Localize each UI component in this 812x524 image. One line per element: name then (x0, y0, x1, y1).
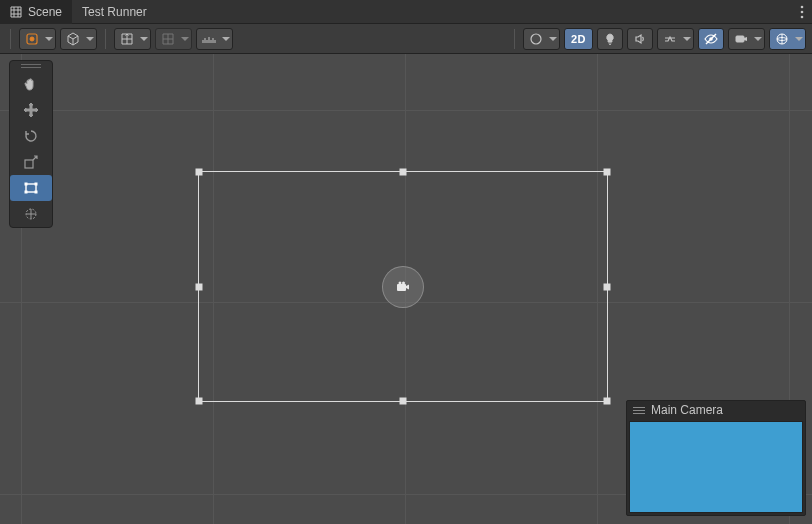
increment-snap-dropdown[interactable] (196, 28, 233, 50)
svg-rect-14 (25, 191, 27, 193)
tab-scene[interactable]: Scene (0, 0, 72, 24)
resize-handle-e[interactable] (604, 283, 611, 290)
resize-handle-sw[interactable] (196, 398, 203, 405)
shading-mode-dropdown[interactable] (523, 28, 560, 50)
svg-rect-8 (736, 36, 744, 42)
rect-tool[interactable] (10, 175, 52, 201)
caret-down-icon (754, 37, 762, 41)
caret-down-icon (795, 37, 803, 41)
resize-handle-nw[interactable] (196, 169, 203, 176)
tab-bar: Scene Test Runner (0, 0, 812, 24)
snap-increment-dropdown[interactable] (155, 28, 192, 50)
caret-down-icon (140, 37, 148, 41)
svg-rect-12 (25, 183, 27, 185)
tool-options-dropdown[interactable] (19, 28, 56, 50)
transform-tool[interactable] (10, 201, 52, 227)
svg-point-0 (801, 5, 804, 8)
caret-down-icon (181, 37, 189, 41)
drag-handle-icon (633, 407, 645, 414)
tab-label: Test Runner (82, 5, 147, 19)
draw-mode-dropdown[interactable] (60, 28, 97, 50)
camera-preview-viewport (629, 421, 803, 513)
camera-preview-header[interactable]: Main Camera (627, 401, 805, 419)
caret-down-icon (86, 37, 94, 41)
move-tool[interactable] (10, 97, 52, 123)
camera-gizmo[interactable] (382, 266, 424, 308)
grid-snap-dropdown[interactable] (114, 28, 151, 50)
svg-point-18 (399, 282, 402, 285)
svg-point-2 (801, 15, 804, 18)
svg-point-5 (531, 34, 541, 44)
svg-rect-13 (35, 183, 37, 185)
svg-rect-15 (35, 191, 37, 193)
hand-tool[interactable] (10, 71, 52, 97)
caret-down-icon (222, 37, 230, 41)
resize-handle-se[interactable] (604, 398, 611, 405)
gizmo-dropdown[interactable] (769, 28, 806, 50)
toolbar-separator (10, 29, 11, 49)
resize-handle-s[interactable] (400, 398, 407, 405)
tab-label: Scene (28, 5, 62, 19)
tab-menu-button[interactable] (792, 0, 812, 24)
2d-label: 2D (571, 33, 586, 45)
caret-down-icon (683, 37, 691, 41)
tab-test-runner[interactable]: Test Runner (72, 0, 157, 24)
audio-toggle-button[interactable] (627, 28, 653, 50)
camera-settings-dropdown[interactable] (728, 28, 765, 50)
camera-preview-panel[interactable]: Main Camera (626, 400, 806, 516)
caret-down-icon (549, 37, 557, 41)
caret-down-icon (45, 37, 53, 41)
scene-toolbar: 2D (0, 24, 812, 54)
2d-toggle-button[interactable]: 2D (564, 28, 593, 50)
toolbar-separator (514, 29, 515, 49)
scene-viewport[interactable]: Main Camera (0, 54, 812, 524)
camera-icon (394, 278, 412, 296)
scale-tool[interactable] (10, 149, 52, 175)
svg-rect-10 (25, 160, 33, 168)
svg-point-19 (402, 282, 405, 285)
rotate-tool[interactable] (10, 123, 52, 149)
svg-point-1 (801, 10, 804, 13)
resize-handle-w[interactable] (196, 283, 203, 290)
effects-dropdown[interactable] (657, 28, 694, 50)
svg-point-4 (30, 37, 34, 41)
camera-preview-title: Main Camera (651, 403, 723, 417)
palette-drag-handle[interactable] (10, 61, 52, 71)
toolbar-separator (105, 29, 106, 49)
resize-handle-n[interactable] (400, 169, 407, 176)
svg-rect-17 (397, 284, 406, 291)
tool-palette (9, 60, 53, 228)
grid-icon (10, 6, 22, 18)
resize-handle-ne[interactable] (604, 169, 611, 176)
lighting-toggle-button[interactable] (597, 28, 623, 50)
visibility-toggle-button[interactable] (698, 28, 724, 50)
